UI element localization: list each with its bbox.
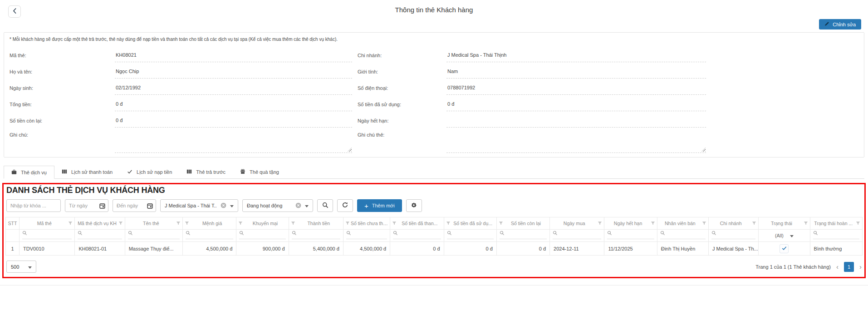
column-header-so-tien-da-su-dung[interactable]: Số tiền đã sử dụ...: [444, 217, 496, 230]
column-search-input[interactable]: [660, 231, 706, 239]
blue-check-icon: [781, 245, 787, 252]
column-search-input[interactable]: [393, 231, 441, 239]
funnel-icon[interactable]: [499, 219, 503, 227]
tab-thẻ-quà-tặng[interactable]: Thẻ quà tặng: [233, 165, 286, 178]
search-button[interactable]: [317, 199, 333, 212]
funnel-icon[interactable]: [291, 219, 295, 227]
funnel-icon[interactable]: [176, 219, 181, 227]
status-filter-value: (All): [775, 233, 784, 238]
funnel-icon[interactable]: [752, 219, 756, 227]
form-field: Số điện thoại:0788071992: [358, 79, 706, 95]
customer-info-panel: * Mỗi khách hàng sẽ được cấp một thẻ trả…: [4, 32, 864, 157]
funnel-icon[interactable]: [446, 219, 451, 227]
clear-icon[interactable]: [221, 202, 226, 209]
column-search-input[interactable]: [128, 231, 180, 239]
column-search-input[interactable]: [78, 231, 122, 239]
table-row[interactable]: 1TDV0010KH08021-01Massage Thụy điể...4,5…: [6, 242, 863, 256]
funnel-icon[interactable]: [185, 219, 189, 227]
refresh-button[interactable]: [337, 199, 353, 212]
calendar-icon[interactable]: [99, 202, 105, 211]
page-size-select[interactable]: 500: [6, 261, 36, 273]
magnifier-icon: [393, 230, 398, 238]
funnel-icon[interactable]: [598, 219, 602, 227]
column-label: Trạng thái: [760, 221, 802, 226]
funnel-icon[interactable]: [804, 219, 808, 227]
column-header-stt[interactable]: STT: [6, 217, 20, 230]
chevron-down-icon: [305, 203, 309, 208]
column-header-ma-the-dich-vu-kh[interactable]: Mã thẻ dịch vụ KH: [75, 217, 125, 230]
field-label: Ghi chú:: [10, 128, 115, 142]
column-header-so-tien-da-thanh-toan[interactable]: Số tiền đã than...: [390, 217, 444, 230]
column-header-nhan-vien-ban[interactable]: Nhân viên bán: [657, 217, 708, 230]
column-search-input[interactable]: [500, 231, 547, 239]
column-search-input[interactable]: [346, 231, 387, 239]
form-field: Họ và tên:Ngọc Chip: [10, 62, 352, 79]
clear-icon[interactable]: [295, 202, 301, 209]
column-header-chi-nhanh[interactable]: Chi nhánh: [709, 217, 759, 230]
prev-page-button[interactable]: ‹: [836, 263, 839, 270]
magnifier-icon: [239, 230, 244, 238]
column-search-cell-ngay-mua: [550, 230, 604, 242]
form-field: Ngày hết hạn:: [358, 111, 706, 128]
column-search-cell-thanh-tien: [289, 230, 343, 242]
content-bottom-divider: [0, 285, 868, 299]
column-header-ngay-het-han[interactable]: Ngày hết hạn: [604, 217, 657, 230]
column-header-menh-gia[interactable]: Mệnh giá: [183, 217, 236, 230]
notes-textarea[interactable]: [446, 128, 706, 153]
tab-thẻ-dịch-vụ[interactable]: Thẻ dịch vụ: [4, 166, 54, 179]
column-label: Trạng thái hoàn ...: [812, 221, 855, 226]
keyword-search-input[interactable]: [6, 199, 61, 212]
funnel-icon[interactable]: [702, 219, 706, 227]
magnifier-icon: [711, 230, 716, 238]
column-search-input[interactable]: [22, 231, 72, 239]
column-search-input[interactable]: [292, 231, 340, 239]
column-header-trang-thai[interactable]: Trạng thái: [759, 217, 810, 230]
tab-thẻ-trả-trước[interactable]: Thẻ trả trước: [179, 165, 233, 178]
branch-select[interactable]: J Medical Spa - Thái T...: [160, 199, 238, 212]
back-button[interactable]: [8, 5, 21, 18]
magnifier-icon: [22, 230, 27, 238]
status-select[interactable]: Đang hoạt động: [242, 199, 313, 212]
column-header-thanh-tien[interactable]: Thành tiền: [289, 217, 343, 230]
funnel-icon[interactable]: [345, 219, 350, 227]
column-search-input[interactable]: [447, 231, 494, 239]
field-value: 0 đ: [115, 101, 352, 111]
cell-trang-thai: [759, 242, 810, 256]
column-search-input[interactable]: [711, 231, 755, 239]
settings-button[interactable]: [406, 199, 422, 212]
column-header-trang-thai-hoan[interactable]: Trạng thái hoàn ...: [810, 217, 862, 230]
tab-lịch-sử-thanh-toán[interactable]: Lịch sử thanh toán: [54, 165, 120, 178]
section-title: DANH SÁCH THẺ DỊCH VỤ KHÁCH HÀNG: [5, 185, 863, 198]
status-filter-select[interactable]: (All): [759, 233, 809, 238]
magnifier-icon: [292, 230, 297, 238]
column-header-ten-the[interactable]: Tên thẻ: [125, 217, 182, 230]
column-header-ma-the[interactable]: Mã thẻ: [20, 217, 75, 230]
field-label: Họ và tên:: [10, 69, 115, 79]
magnifier-icon: [813, 230, 818, 238]
add-new-button[interactable]: + Thêm mới: [357, 199, 402, 212]
column-label: Chi nhánh: [711, 221, 751, 226]
funnel-icon[interactable]: [392, 219, 397, 227]
column-search-input[interactable]: [607, 231, 654, 239]
edit-button[interactable]: Chỉnh sửa: [819, 19, 861, 30]
field-value: 02/12/1992: [115, 85, 352, 95]
funnel-icon[interactable]: [856, 219, 860, 227]
funnel-icon[interactable]: [118, 219, 123, 227]
funnel-icon[interactable]: [651, 219, 655, 227]
current-page-button[interactable]: 1: [844, 262, 854, 272]
column-header-ngay-mua[interactable]: Ngày mua: [550, 217, 604, 230]
notes-textarea[interactable]: [115, 128, 352, 153]
column-search-input[interactable]: [553, 231, 601, 239]
column-header-so-tien-chua-thanh-toan[interactable]: Số tiền chưa tha...: [343, 217, 390, 230]
tab-lịch-sử-nạp-tiền[interactable]: Lịch sử nạp tiền: [120, 165, 179, 178]
funnel-icon[interactable]: [238, 219, 243, 227]
column-search-input[interactable]: [186, 231, 233, 239]
column-header-khuyen-mai[interactable]: Khuyến mại: [236, 217, 289, 230]
column-search-input[interactable]: [813, 231, 859, 239]
column-header-so-tien-con-lai[interactable]: Số tiền còn lại: [496, 217, 549, 230]
calendar-icon[interactable]: [147, 202, 153, 211]
funnel-icon[interactable]: [68, 219, 73, 227]
column-search-input[interactable]: [239, 231, 285, 239]
page-size-value: 500: [11, 264, 19, 270]
next-page-button[interactable]: ›: [859, 263, 862, 270]
